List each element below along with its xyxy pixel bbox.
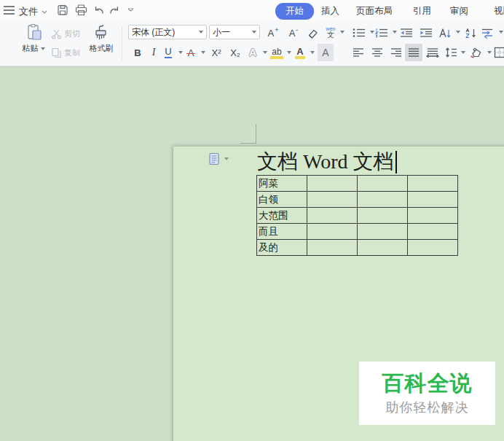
- line-spacing-dropdown-arrow[interactable]: [461, 51, 465, 54]
- underline-button[interactable]: U: [162, 44, 175, 61]
- bold-button[interactable]: B: [130, 44, 146, 61]
- table-cell[interactable]: [358, 240, 408, 256]
- cut-label: 剪切: [64, 28, 80, 39]
- table-cell[interactable]: [358, 176, 408, 192]
- ribbon: 粘贴 剪切 复制 格式刷 宋体 (正文) 小一 A+ A-: [0, 20, 504, 66]
- table-cell[interactable]: [307, 176, 358, 192]
- margin-corner-mark: [256, 124, 256, 144]
- scissors-icon: [51, 28, 62, 39]
- redo-icon: [109, 5, 120, 15]
- justify-button[interactable]: [405, 44, 422, 61]
- align-left-button[interactable]: [350, 44, 366, 61]
- format-painter-button[interactable]: 格式刷: [85, 23, 117, 63]
- text-effects-dropdown-arrow[interactable]: [263, 51, 267, 54]
- table-cell[interactable]: [307, 224, 358, 240]
- eraser-icon: [307, 28, 318, 39]
- decrease-font-size-button[interactable]: A-: [285, 25, 302, 41]
- paste-options-button[interactable]: [208, 152, 229, 165]
- tab-review[interactable]: 审阅: [450, 5, 468, 17]
- text-tools-icon: [438, 28, 452, 39]
- italic-button[interactable]: I: [147, 44, 160, 61]
- watermark-subtitle: 助你轻松解决: [386, 399, 469, 416]
- table-cell[interactable]: [307, 240, 358, 256]
- borders-button[interactable]: [492, 44, 504, 61]
- save-button[interactable]: [57, 4, 68, 16]
- text-tools-dropdown-arrow[interactable]: [456, 31, 460, 34]
- text-cursor: [395, 151, 397, 173]
- main-menu-button[interactable]: [4, 6, 15, 15]
- print-button[interactable]: [75, 4, 87, 16]
- subscript-button[interactable]: X₂: [227, 44, 244, 61]
- text-effects-button[interactable]: A: [245, 44, 260, 61]
- justify-icon: [408, 47, 420, 58]
- strikethrough-button[interactable]: A: [184, 44, 197, 61]
- highlight-dropdown-arrow[interactable]: [287, 51, 291, 54]
- numbered-list-dropdown-arrow[interactable]: [393, 31, 397, 34]
- tab-page-layout[interactable]: 页面布局: [356, 5, 393, 17]
- clear-formatting-button[interactable]: [304, 25, 321, 41]
- bullet-list-button[interactable]: [352, 25, 366, 41]
- table-cell[interactable]: 阿菜: [257, 176, 307, 192]
- strikethrough-dropdown-arrow[interactable]: [201, 51, 205, 54]
- cut-button[interactable]: 剪切: [51, 28, 80, 39]
- underline-dropdown-arrow[interactable]: [178, 51, 183, 54]
- highlight-color-button[interactable]: ab: [269, 44, 285, 61]
- increase-indent-button[interactable]: [418, 25, 434, 41]
- table-cell[interactable]: [358, 224, 408, 240]
- table-cell[interactable]: 白领: [257, 192, 307, 208]
- table-cell[interactable]: [408, 192, 458, 208]
- table-cell[interactable]: 大范围: [257, 208, 307, 224]
- table-cell[interactable]: [408, 224, 458, 240]
- hamburger-icon: [4, 6, 15, 15]
- undo-button[interactable]: [93, 5, 104, 15]
- tab-insert[interactable]: 插入: [321, 5, 339, 17]
- redo-button[interactable]: [109, 5, 120, 15]
- character-shading-button[interactable]: A: [318, 44, 334, 61]
- tab-home[interactable]: 开始: [275, 3, 314, 20]
- customize-toolbar-button[interactable]: [127, 8, 134, 12]
- file-menu[interactable]: 文件: [19, 5, 47, 18]
- borders-grid-icon: [494, 47, 504, 58]
- align-right-button[interactable]: [388, 44, 404, 61]
- font-family-select[interactable]: 宋体 (正文): [128, 25, 207, 39]
- line-spacing-icon: [445, 47, 457, 58]
- bullet-list-icon: [353, 28, 366, 38]
- paragraph-tools-button[interactable]: [479, 25, 495, 41]
- increase-font-size-button[interactable]: A+: [264, 25, 283, 41]
- table-cell[interactable]: [408, 176, 458, 192]
- pinyin-dropdown-arrow[interactable]: [340, 31, 344, 34]
- decrease-indent-button[interactable]: [398, 25, 414, 41]
- line-spacing-button[interactable]: [443, 44, 459, 61]
- table-cell[interactable]: 及的: [257, 240, 307, 256]
- align-center-button[interactable]: [369, 44, 385, 61]
- watermark-badge: 百科全说 助你轻松解决: [359, 362, 495, 425]
- paste-button[interactable]: 粘贴: [17, 23, 50, 63]
- numbered-list-button[interactable]: [374, 25, 389, 41]
- copy-button[interactable]: 复制: [51, 47, 80, 58]
- tab-view[interactable]: 视图: [494, 5, 504, 17]
- pinyin-guide-button[interactable]: wén 文: [323, 24, 339, 40]
- superscript-button[interactable]: X²: [208, 44, 225, 61]
- sort-button[interactable]: [463, 25, 478, 41]
- tab-references[interactable]: 引用: [413, 5, 431, 17]
- increase-indent-icon: [420, 28, 433, 38]
- font-color-button[interactable]: A: [293, 44, 307, 61]
- text-tools-button[interactable]: [436, 25, 454, 41]
- table-cell[interactable]: [358, 192, 408, 208]
- document-title[interactable]: 文档 Word 文档: [257, 148, 397, 176]
- table-cell[interactable]: [358, 208, 408, 224]
- font-size-select[interactable]: 小一: [209, 25, 260, 39]
- distributed-button[interactable]: [424, 44, 441, 61]
- shading-button[interactable]: [467, 44, 484, 61]
- table-cell[interactable]: 而且: [257, 224, 307, 240]
- font-color-dropdown-arrow[interactable]: [310, 51, 315, 54]
- pinyin-icon: wén 文: [326, 26, 336, 39]
- format-painter-label: 格式刷: [90, 43, 114, 54]
- format-painter-icon: [93, 23, 109, 41]
- paragraph-tools-dropdown-arrow[interactable]: [499, 31, 503, 34]
- table-cell[interactable]: [408, 208, 458, 224]
- table-cell[interactable]: [307, 208, 358, 224]
- file-menu-label: 文件: [19, 5, 38, 18]
- table-cell[interactable]: [307, 192, 358, 208]
- table-cell[interactable]: [408, 240, 458, 256]
